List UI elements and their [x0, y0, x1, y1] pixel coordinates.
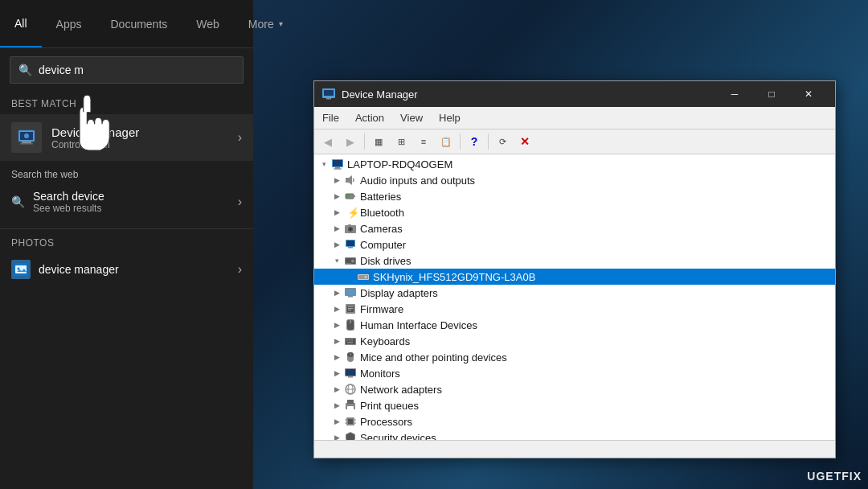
window-content[interactable]: ▾ LAPTOP-RDQ4OGEM ▶ Audio inputs and out…	[314, 154, 835, 440]
svg-rect-64	[347, 406, 354, 409]
tree-print[interactable]: ▶ Print queues	[314, 397, 835, 413]
minimize-button[interactable]: ─	[716, 81, 753, 107]
tab-more[interactable]: More ▾	[234, 0, 297, 47]
toolbar-sep-1	[364, 134, 365, 150]
close-button[interactable]: ✕	[790, 81, 827, 107]
menu-help[interactable]: Help	[431, 109, 469, 127]
tree-expand-bluetooth: ▶	[330, 206, 343, 219]
svg-point-31	[351, 260, 354, 263]
search-web-icon: 🔍	[11, 195, 25, 208]
window-statusbar	[314, 440, 835, 458]
svg-rect-20	[346, 195, 350, 198]
tree-cameras[interactable]: ▶ Cameras	[314, 220, 835, 236]
best-match-subtitle: Control Panel	[51, 139, 238, 150]
toolbar-sep-2	[460, 134, 461, 150]
window-toolbar: ◀ ▶ ▦ ⊞ ≡ 📋 ? ⟳ ✕	[314, 129, 835, 154]
tree-skhynix[interactable]: ▶ SKHynix_HFS512GD9TNG-L3A0B	[314, 269, 835, 285]
photos-item-text: device manager	[39, 263, 238, 276]
tree-bluetooth[interactable]: ▶ ⚡ Bluetooth	[314, 204, 835, 220]
toolbar-help-btn[interactable]: ?	[464, 132, 485, 151]
tree-batteries[interactable]: ▶ Batteries	[314, 188, 835, 204]
toolbar-resources-btn[interactable]: ≡	[413, 132, 434, 151]
toolbar-drivers-btn[interactable]: 📋	[436, 132, 457, 151]
print-icon	[344, 399, 357, 412]
skhynix-icon	[357, 270, 370, 283]
toolbar-sep-3	[488, 134, 489, 150]
monitors-icon	[344, 367, 357, 380]
best-match-item[interactable]: Device Manager Control Panel ›	[0, 114, 253, 161]
tree-monitors[interactable]: ▶ Monitors	[314, 365, 835, 381]
hid-icon	[344, 318, 357, 331]
tree-security[interactable]: ▶ Security devices	[314, 429, 835, 440]
display-icon	[344, 286, 357, 299]
svg-rect-2	[20, 143, 33, 145]
toolbar-back-btn[interactable]: ◀	[317, 132, 338, 151]
svg-rect-55	[350, 353, 351, 356]
search-web-section: Search the web 🔍 Search device See web r…	[0, 161, 253, 225]
tree-expand-print: ▶	[330, 399, 343, 412]
photos-section: Photos device manager ›	[0, 232, 253, 290]
security-icon	[344, 431, 357, 440]
tree-expand-monitors: ▶	[330, 367, 343, 380]
window-controls: ─ □ ✕	[716, 81, 827, 107]
tree-hid[interactable]: ▶ Human Interface Devices	[314, 317, 835, 333]
svg-rect-19	[354, 195, 355, 197]
bluetooth-icon: ⚡	[344, 206, 357, 219]
tree-expand-root: ▾	[317, 158, 330, 171]
tab-apps[interactable]: Apps	[42, 0, 96, 47]
toolbar-overview-btn[interactable]: ▦	[368, 132, 389, 151]
tree-expand-processors: ▶	[330, 415, 343, 428]
tree-network[interactable]: ▶ Network adapters	[314, 381, 835, 397]
window-title-text: Device Manager	[342, 88, 716, 101]
svg-rect-66	[348, 419, 353, 424]
svg-rect-58	[348, 376, 353, 378]
toolbar-forward-btn[interactable]: ▶	[340, 132, 361, 151]
tree-display[interactable]: ▶ Display adapters	[314, 285, 835, 301]
svg-rect-41	[348, 306, 353, 307]
photos-item[interactable]: device manager ›	[11, 253, 242, 286]
search-web-item[interactable]: 🔍 Search device See web results ›	[11, 183, 242, 220]
search-panel: All Apps Documents Web More ▾ 🔍 Best mat…	[0, 0, 253, 489]
window-title-icon	[322, 88, 335, 101]
best-match-title: Device Manager	[51, 125, 238, 139]
search-web-arrow-icon: ›	[238, 195, 242, 209]
toolbar-devices-btn[interactable]: ⊞	[391, 132, 411, 151]
tree-audio[interactable]: ▶ Audio inputs and outputs	[314, 172, 835, 188]
tree-computer[interactable]: ▶ Computer	[314, 236, 835, 253]
tab-documents[interactable]: Documents	[96, 0, 182, 47]
tree-expand-network: ▶	[330, 383, 343, 396]
tree-expand-mice: ▶	[330, 351, 343, 364]
toolbar-update-btn[interactable]: ⟳	[492, 132, 513, 151]
menu-action[interactable]: Action	[347, 109, 392, 127]
svg-point-4	[24, 134, 29, 138]
search-input[interactable]	[39, 64, 235, 76]
svg-rect-50	[349, 339, 350, 341]
svg-rect-51	[351, 339, 353, 341]
tree-mice[interactable]: ▶ Mice and other pointing devices	[314, 349, 835, 365]
tab-all[interactable]: All	[0, 0, 42, 47]
tree-keyboards[interactable]: ▶ Keyboards	[314, 333, 835, 349]
see-web-results-text: See web results	[33, 203, 104, 214]
menu-view[interactable]: View	[392, 109, 431, 127]
chevron-down-icon: ▾	[279, 19, 283, 28]
maximize-button[interactable]: □	[753, 81, 790, 107]
toolbar-uninstall-btn[interactable]: ✕	[514, 132, 535, 151]
tree-expand-keyboards: ▶	[330, 335, 343, 347]
svg-rect-25	[348, 224, 351, 226]
device-manager-window: Device Manager ─ □ ✕ File Action View He…	[313, 80, 836, 458]
svg-rect-28	[348, 247, 353, 249]
tree-root[interactable]: ▾ LAPTOP-RDQ4OGEM	[314, 156, 835, 172]
tree-expand-display: ▶	[330, 286, 343, 299]
tree-processors[interactable]: ▶ Processors	[314, 413, 835, 429]
tree-firmware[interactable]: ▶ Firmware	[314, 301, 835, 317]
tree-expand-disk: ▾	[330, 254, 343, 267]
svg-marker-17	[349, 175, 352, 185]
tab-web[interactable]: Web	[182, 0, 234, 47]
menu-file[interactable]: File	[314, 109, 347, 127]
divider	[0, 228, 253, 229]
svg-rect-11	[326, 98, 331, 100]
mice-icon	[344, 351, 357, 364]
tree-disk-drives[interactable]: ▾ Disk drives	[314, 253, 835, 269]
svg-point-35	[365, 276, 367, 278]
svg-rect-16	[346, 178, 349, 183]
